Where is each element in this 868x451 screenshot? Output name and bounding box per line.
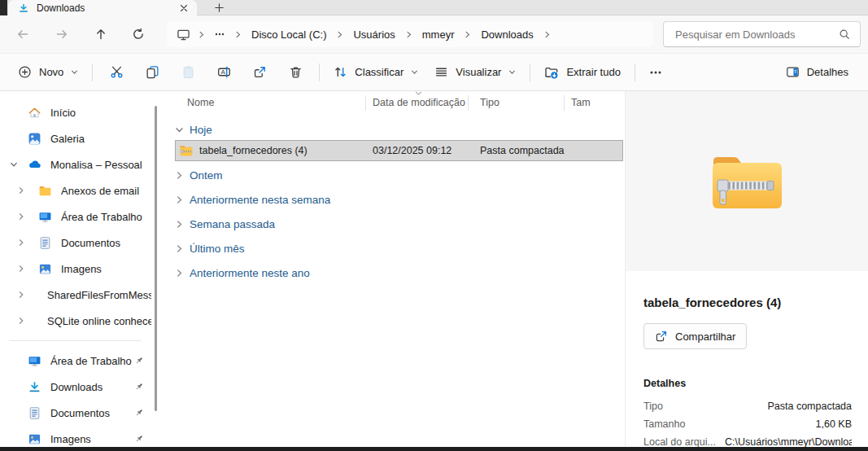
column-header-tipo[interactable]: Tipo — [468, 97, 564, 108]
breadcrumb: Disco Local (C:) Usuários mmeyr Download… — [167, 21, 653, 47]
chevron-right-icon[interactable] — [17, 212, 25, 221]
column-headers: Nome Data de modificação Tipo Tam — [175, 91, 625, 114]
breadcrumb-usuarios[interactable]: Usuários — [346, 25, 402, 44]
sidebar-pinned-downloads[interactable]: Downloads — [0, 374, 151, 400]
details-panel-icon — [786, 65, 800, 79]
arrow-up-icon — [94, 28, 107, 41]
chevron-down-icon — [508, 68, 516, 76]
group-label: Último mês — [190, 243, 245, 255]
sidebar-item-anexos[interactable]: Anexos de email — [0, 177, 151, 204]
column-header-nome[interactable]: Nome — [175, 97, 365, 108]
sidebar-item-galeria[interactable]: Galeria — [0, 125, 151, 151]
chevron-right-icon — [195, 31, 207, 38]
group-header-hoje[interactable]: Hoje — [175, 119, 212, 140]
sidebar-item-area-de-trabalho[interactable]: Área de Trabalho — [0, 204, 151, 230]
extract-all-button[interactable]: Extrair tudo — [536, 59, 628, 86]
details-heading: Detalhes — [643, 378, 852, 389]
view-list-icon — [434, 65, 448, 79]
new-button[interactable]: Novo — [10, 59, 86, 86]
sidebar-item-label: SQLite online conhece — [47, 315, 151, 327]
delete-button[interactable] — [277, 59, 313, 86]
toolbar-divider — [92, 63, 93, 81]
search-input[interactable] — [664, 28, 839, 41]
sidebar-scrollbar[interactable] — [155, 106, 157, 411]
group-header-semana-passada[interactable]: Semana passada — [175, 213, 275, 234]
group-header-anteriormente-ano[interactable]: Anteriormente neste ano — [175, 262, 310, 283]
toolbar-divider — [319, 63, 320, 81]
breadcrumb-disco-local[interactable]: Disco Local (C:) — [244, 25, 334, 44]
column-separator[interactable] — [564, 95, 565, 111]
new-tab-button[interactable] — [210, 0, 228, 15]
sidebar-item-label: Início — [50, 107, 76, 119]
chevron-right-icon[interactable] — [17, 186, 25, 195]
sidebar-item-label: Anexos de email — [61, 185, 139, 197]
back-button[interactable] — [8, 21, 37, 47]
this-pc-icon[interactable] — [172, 24, 195, 45]
sidebar-pinned-imagens[interactable]: Imagens — [0, 426, 151, 447]
pin-icon — [134, 434, 144, 444]
breadcrumb-downloads[interactable]: Downloads — [473, 25, 540, 44]
group-header-anteriormente-semana[interactable]: Anteriormente nesta semana — [175, 189, 330, 210]
chevron-right-icon — [541, 31, 553, 38]
view-button[interactable]: Visualizar — [426, 59, 524, 86]
group-header-ontem[interactable]: Ontem — [175, 164, 223, 186]
details-pane-toggle[interactable]: Detalhes — [778, 59, 857, 86]
refresh-button[interactable] — [124, 21, 153, 47]
up-button[interactable] — [86, 21, 116, 47]
tab-close-icon[interactable] — [177, 2, 190, 14]
chevron-right-icon[interactable] — [17, 291, 25, 299]
onedrive-cloud-icon — [28, 158, 41, 172]
sort-button-label: Classificar — [355, 66, 403, 78]
cut-icon — [110, 65, 124, 79]
forward-button[interactable] — [47, 21, 76, 47]
sidebar-pinned-area-de-trabalho[interactable]: Área de Trabalho — [0, 348, 151, 374]
chevron-right-icon[interactable] — [17, 239, 25, 247]
sidebar-item-imagens[interactable]: Imagens — [0, 256, 151, 282]
content-area: Início Galeria Monalisa – Pessoal Anexos… — [0, 91, 868, 447]
chevron-down-icon[interactable] — [10, 160, 18, 169]
download-icon — [18, 2, 29, 14]
breadcrumb-ellipsis[interactable] — [207, 29, 232, 39]
copy-icon — [146, 65, 159, 79]
sidebar-item-onedrive[interactable]: Monalisa – Pessoal — [0, 151, 151, 177]
column-separator[interactable] — [365, 95, 366, 111]
tab-downloads[interactable]: Downloads — [8, 0, 197, 15]
sidebar-item-sharedfiles[interactable]: SharedFilesFromMesse — [0, 282, 151, 308]
plus-icon — [215, 3, 224, 12]
chevron-down-icon — [71, 68, 78, 76]
zip-folder-icon — [708, 150, 786, 213]
group-header-ultimo-mes[interactable]: Último mês — [175, 238, 245, 259]
cut-button[interactable] — [98, 59, 134, 86]
sidebar-item-label: Área de Trabalho — [50, 355, 132, 367]
sidebar-separator — [10, 340, 142, 341]
chevron-right-icon[interactable] — [17, 265, 25, 273]
sort-button[interactable]: Classificar — [325, 59, 426, 86]
tab-title: Downloads — [37, 2, 177, 14]
sidebar-item-label: Downloads — [50, 381, 103, 393]
breadcrumb-mmeyr[interactable]: mmeyr — [415, 25, 462, 44]
chevron-right-icon — [175, 171, 184, 180]
sidebar-item-sqlite[interactable]: SQLite online conhece — [0, 308, 151, 334]
paste-button[interactable] — [170, 59, 206, 86]
navigation-bar: Disco Local (C:) Usuários mmeyr Download… — [0, 15, 868, 53]
file-row-tabela-fornecedores[interactable]: tabela_fornecedores (4) 03/12/2025 09:12… — [175, 140, 623, 161]
sidebar-item-documentos[interactable]: Documentos — [0, 230, 151, 256]
more-options-button[interactable] — [641, 59, 670, 86]
column-header-data[interactable]: Data de modificação — [365, 97, 468, 108]
rename-button[interactable]: A — [206, 59, 242, 86]
detail-label: Tamanho — [643, 418, 725, 431]
gallery-icon — [28, 132, 41, 146]
sidebar-item-label: Imagens — [50, 433, 91, 445]
svg-text:A: A — [220, 68, 225, 76]
refresh-icon — [132, 28, 145, 41]
sidebar-pinned-documentos[interactable]: Documentos — [0, 400, 151, 426]
share-button-toolbar[interactable] — [242, 59, 277, 86]
share-button[interactable]: Compartilhar — [643, 323, 747, 349]
chevron-right-icon — [334, 31, 346, 38]
copy-button[interactable] — [134, 59, 170, 86]
sidebar-item-inicio[interactable]: Início — [0, 99, 151, 125]
desktop-corner — [0, 0, 7, 15]
chevron-right-icon[interactable] — [17, 317, 25, 325]
column-separator[interactable] — [468, 95, 469, 111]
column-header-tamanho[interactable]: Tam — [564, 97, 625, 108]
